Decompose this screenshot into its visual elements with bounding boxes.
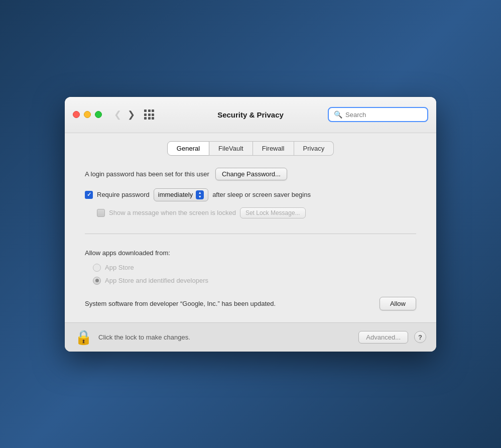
appstore-developers-label: App Store and identified developers bbox=[105, 277, 208, 284]
require-password-checkbox[interactable] bbox=[85, 191, 93, 199]
radio-row-appstore-developers: App Store and identified developers bbox=[93, 277, 416, 285]
lock-label: Click the lock to make changes. bbox=[98, 333, 352, 341]
tab-filevault[interactable]: FileVault bbox=[209, 141, 253, 156]
radio-row-appstore: App Store bbox=[93, 264, 416, 272]
immediately-dropdown[interactable]: immediately bbox=[154, 188, 208, 201]
change-password-button[interactable]: Change Password... bbox=[215, 168, 287, 180]
bottom-bar: 🔒 Click the lock to make changes. Advanc… bbox=[65, 322, 436, 352]
immediately-value: immediately bbox=[158, 191, 193, 198]
content-area: A login password has been set for this u… bbox=[65, 156, 436, 322]
nav-buttons: ❮ ❯ bbox=[112, 109, 137, 120]
search-icon: 🔍 bbox=[334, 110, 342, 119]
window-title: Security & Privacy bbox=[217, 110, 284, 119]
password-section: A login password has been set for this u… bbox=[85, 168, 416, 218]
set-lock-message-button[interactable]: Set Lock Message... bbox=[240, 207, 306, 218]
google-update-row: System software from developer “Google, … bbox=[85, 297, 416, 310]
show-message-checkbox[interactable] bbox=[97, 209, 105, 217]
section-divider bbox=[85, 234, 416, 234]
require-password-row: Require password immediately after sleep… bbox=[85, 188, 416, 201]
tab-privacy[interactable]: Privacy bbox=[294, 141, 334, 156]
close-button[interactable] bbox=[73, 111, 80, 118]
appstore-label: App Store bbox=[105, 264, 134, 271]
fullscreen-button[interactable] bbox=[95, 111, 102, 118]
tab-firewall[interactable]: Firewall bbox=[253, 141, 294, 156]
search-input[interactable] bbox=[345, 111, 422, 119]
google-update-label: System software from developer “Google, … bbox=[85, 300, 371, 307]
help-button[interactable]: ? bbox=[414, 331, 426, 343]
dropdown-arrows-icon bbox=[196, 190, 204, 199]
back-button[interactable]: ❮ bbox=[112, 109, 123, 120]
show-message-label: Show a message when the screen is locked bbox=[109, 209, 236, 216]
titlebar: ❮ ❯ Security & Privacy 🔍 bbox=[65, 97, 436, 133]
advanced-button[interactable]: Advanced... bbox=[358, 331, 408, 344]
radio-group: App Store App Store and identified devel… bbox=[93, 264, 416, 285]
after-sleep-label: after sleep or screen saver begins bbox=[212, 191, 311, 198]
lock-icon[interactable]: 🔒 bbox=[75, 329, 92, 346]
tab-bar: General FileVault Firewall Privacy bbox=[65, 133, 436, 156]
tab-general[interactable]: General bbox=[167, 141, 209, 156]
require-password-label: Require password bbox=[97, 191, 150, 198]
login-password-label: A login password has been set for this u… bbox=[85, 170, 209, 178]
search-box[interactable]: 🔍 bbox=[328, 107, 428, 122]
allow-apps-title: Allow apps downloaded from: bbox=[85, 249, 416, 257]
minimize-button[interactable] bbox=[84, 111, 91, 118]
password-row: A login password has been set for this u… bbox=[85, 168, 416, 180]
allow-button[interactable]: Allow bbox=[380, 297, 416, 310]
forward-button[interactable]: ❯ bbox=[126, 109, 137, 120]
traffic-lights bbox=[73, 111, 102, 118]
appstore-developers-radio[interactable] bbox=[93, 277, 101, 285]
app-grid-icon[interactable] bbox=[144, 109, 154, 120]
show-message-row: Show a message when the screen is locked… bbox=[97, 207, 416, 218]
appstore-radio[interactable] bbox=[93, 264, 101, 272]
window: ❮ ❯ Security & Privacy 🔍 General FileVau… bbox=[65, 97, 436, 352]
download-section: Allow apps downloaded from: App Store Ap… bbox=[85, 249, 416, 285]
